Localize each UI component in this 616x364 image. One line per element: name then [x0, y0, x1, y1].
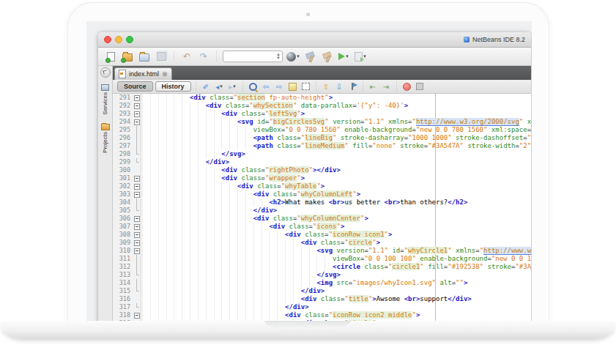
close-window-button[interactable]	[104, 36, 111, 43]
sidebar-collapse-button[interactable]	[100, 67, 111, 78]
record-macro-button[interactable]	[401, 81, 412, 92]
line-number[interactable]: 295	[113, 126, 133, 134]
fold-marker[interactable]	[133, 239, 142, 247]
fold-marker[interactable]	[133, 118, 142, 126]
code-line[interactable]: 300<div class="rightPhoto"></div>	[113, 166, 531, 174]
find-next-button[interactable]: ⇨	[274, 81, 285, 92]
minimize-window-button[interactable]	[115, 36, 122, 43]
previous-bookmark-button[interactable]: ⇧	[321, 81, 332, 92]
tab-index-html[interactable]: index.html ⊗	[114, 67, 172, 80]
line-number[interactable]: 301	[113, 174, 133, 182]
line-number[interactable]: 315	[113, 287, 133, 295]
line-number[interactable]: 296	[113, 134, 133, 142]
code-line[interactable]: 293<div class="leftSvg">	[113, 110, 531, 118]
shift-right-button[interactable]: ⇥	[381, 81, 392, 92]
history-view-button[interactable]: History	[155, 81, 191, 92]
line-number[interactable]: 317	[113, 303, 133, 311]
fold-marker[interactable]	[133, 174, 142, 182]
line-number[interactable]: 314	[113, 279, 133, 287]
line-number[interactable]: 300	[113, 166, 133, 174]
code-line[interactable]: 294<svg id="bigCirclesSvg" version="1.1"…	[113, 118, 531, 126]
next-bookmark-button[interactable]: ⇩	[334, 81, 345, 92]
fold-marker[interactable]	[133, 311, 142, 319]
build-project-button[interactable]	[303, 50, 316, 63]
last-edit-button[interactable]: ✐	[201, 81, 212, 92]
code-line[interactable]: 315</div>	[113, 287, 531, 295]
toggle-highlight-button[interactable]	[287, 81, 298, 92]
line-number[interactable]: 309	[113, 239, 133, 247]
new-file-button[interactable]	[104, 50, 117, 63]
open-project-button[interactable]	[138, 50, 151, 63]
run-project-button[interactable]: ▾	[337, 50, 350, 63]
debug-project-button[interactable]: ▾	[354, 50, 367, 63]
code-line[interactable]: 308<div class="iconRow icon1">	[113, 231, 531, 239]
stop-macro-button[interactable]	[415, 81, 426, 92]
line-number[interactable]: 308	[113, 231, 133, 239]
line-number[interactable]: 305	[113, 207, 133, 215]
code-line[interactable]: 318<div class="iconRow icon2 middle">	[113, 311, 531, 319]
fold-marker[interactable]	[133, 190, 142, 198]
code-line[interactable]: 313</svg>	[113, 271, 531, 279]
code-line[interactable]: 309<div class="circle">	[113, 239, 531, 247]
code-line[interactable]: 295viewBox="0 0 780 1560" enable-backgro…	[113, 126, 531, 134]
code-line[interactable]: 317</div>	[113, 303, 531, 311]
find-selection-button[interactable]	[248, 81, 259, 92]
rectangular-selection-button[interactable]	[300, 81, 311, 92]
clean-build-button[interactable]	[320, 50, 333, 63]
code-line[interactable]: 306<div class="whyColumnCenter">	[113, 215, 531, 223]
fold-marker[interactable]	[133, 223, 142, 231]
back-button[interactable]: ◂▾	[214, 81, 225, 92]
line-number[interactable]: 299	[113, 158, 133, 166]
fold-marker[interactable]	[133, 102, 142, 110]
line-number[interactable]: 298	[113, 150, 133, 158]
line-number[interactable]: 293	[113, 110, 133, 118]
line-number[interactable]: 302	[113, 182, 133, 190]
code-line[interactable]: 296<path class="lineBig" stroke-dasharra…	[113, 134, 531, 142]
code-line[interactable]: 312<circle class="circle1" fill="#192538…	[113, 263, 531, 271]
configuration-combobox[interactable]: ▲▼	[223, 51, 283, 62]
code-line[interactable]: 316<div class="title">Awsome <br>support…	[113, 295, 531, 303]
fold-marker[interactable]	[133, 247, 142, 255]
code-line[interactable]: 298</svg>	[113, 150, 531, 158]
code-line[interactable]: 304<h2>What makes <br>us better <br>than…	[113, 198, 531, 207]
line-number[interactable]: 316	[113, 295, 133, 303]
line-number[interactable]: 304	[113, 198, 133, 207]
code-line[interactable]: 305</div>	[113, 207, 531, 215]
fold-marker[interactable]	[133, 182, 142, 190]
fold-marker[interactable]	[133, 215, 142, 223]
code-line[interactable]: 291<div class="section fp-auto-height">	[113, 94, 531, 102]
line-number[interactable]: 318	[113, 311, 133, 319]
line-number[interactable]: 297	[113, 142, 133, 150]
code-editor[interactable]: 291<div class="section fp-auto-height">2…	[113, 94, 531, 322]
new-project-button[interactable]	[121, 50, 134, 63]
source-view-button[interactable]: Source	[117, 81, 153, 92]
line-number[interactable]: 307	[113, 223, 133, 231]
line-number[interactable]: 313	[113, 271, 133, 279]
line-number[interactable]: 306	[113, 215, 133, 223]
line-number[interactable]: 291	[113, 94, 133, 102]
code-line[interactable]: 311viewBox="0 0 100 100" enable-backgrou…	[113, 255, 531, 263]
zoom-window-button[interactable]	[126, 36, 133, 43]
fold-marker[interactable]	[133, 94, 142, 102]
fold-marker[interactable]	[133, 231, 142, 239]
save-all-button[interactable]	[155, 50, 168, 63]
code-line[interactable]: 302<div class="whyTable">	[113, 182, 531, 190]
close-tab-icon[interactable]: ⊗	[162, 71, 168, 78]
code-line[interactable]: 301<div class="wrapper">	[113, 174, 531, 182]
window-titlebar[interactable]: NetBeans IDE 8.2	[98, 32, 531, 48]
run-sphere-button[interactable]: ▾	[286, 50, 300, 63]
forward-button[interactable]: ▸▾	[227, 81, 238, 92]
line-number[interactable]: 312	[113, 263, 133, 271]
code-line[interactable]: 303<div class="whyColumnLeft">	[113, 190, 531, 198]
find-previous-button[interactable]: ⇦	[261, 81, 272, 92]
sidebar-tab-services[interactable]: Services	[101, 82, 109, 117]
code-line[interactable]: 314<img src="images/whyIcon1.svg" alt=""…	[113, 279, 531, 287]
line-number[interactable]: 294	[113, 118, 133, 126]
line-number[interactable]: 303	[113, 190, 133, 198]
line-number[interactable]: 292	[113, 102, 133, 110]
code-line[interactable]: 299</div>	[113, 158, 531, 166]
undo-button[interactable]: ↶	[180, 50, 193, 63]
code-line[interactable]: 297<path class="lineMedium" fill="none" …	[113, 142, 531, 150]
toggle-bookmark-button[interactable]	[347, 81, 358, 92]
code-line[interactable]: 310<svg version="1.1" id="whyCircle1" xm…	[113, 247, 531, 255]
